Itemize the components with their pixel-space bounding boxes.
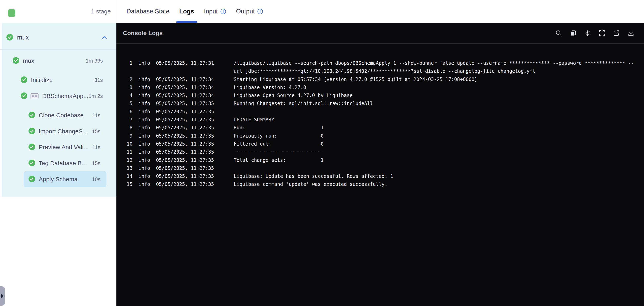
console-panel: Console Logs	[116, 23, 644, 306]
log-line: 9 info 05/05/2025, 11:27:35 Previously r…	[124, 132, 644, 140]
log-line-number: 14	[124, 172, 132, 180]
check-slot	[21, 76, 27, 84]
log-timestamp: 05/05/2025, 11:27:31	[156, 59, 214, 67]
log-line: 13 info 05/05/2025, 11:27:35	[124, 164, 644, 172]
stage-section-name: mux	[17, 34, 29, 41]
log-message: Starting Liquibase at 05:57:34 (version …	[234, 75, 637, 83]
tree-node-duration: 1m 33s	[86, 58, 103, 64]
tree-node-import-changesets[interactable]: Import ChangeS... 15s	[0, 123, 116, 139]
tab-label: Output	[236, 8, 255, 15]
tree-node-apply-schema[interactable]: Apply Schema 10s	[0, 171, 116, 187]
log-message: Liquibase: Update has been successful. R…	[234, 172, 637, 180]
log-message: -------------------------------	[234, 148, 637, 156]
tree-node-label: Import ChangeS...	[39, 128, 88, 135]
log-level: info	[138, 124, 150, 132]
tree-node-label: Preview And Vali...	[39, 144, 88, 151]
log-timestamp: 05/05/2025, 11:27:35	[156, 124, 214, 132]
log-line-number: 5	[124, 99, 132, 107]
log-line: 6 info 05/05/2025, 11:27:35	[124, 108, 644, 116]
check-slot	[6, 34, 13, 41]
stage-status-square-icon[interactable]	[8, 9, 15, 17]
sidebar-divider	[0, 49, 116, 49]
tab-label: Database State	[126, 8, 170, 15]
tree-node-clone-codebase[interactable]: Clone Codebase 11s	[0, 107, 116, 123]
tab-logs[interactable]: Logs	[179, 0, 194, 23]
log-timestamp: 05/05/2025, 11:27:35	[156, 180, 214, 188]
log-line: 11 info 05/05/2025, 11:27:35 -----------…	[124, 148, 644, 156]
success-check-icon	[21, 76, 27, 83]
step-group-icon	[30, 93, 38, 99]
tree-node-duration: 10s	[92, 176, 100, 183]
log-line-number: 2	[124, 75, 132, 83]
success-check-icon	[28, 112, 35, 118]
console-title: Console Logs	[123, 30, 162, 36]
log-line: 12 info 05/05/2025, 11:27:35 Total chang…	[124, 156, 644, 164]
console-header: Console Logs	[116, 23, 644, 44]
tree-node-dbschemaapply-group[interactable]: DBSchemaApp... 1m 2s	[0, 88, 116, 104]
success-check-icon	[21, 92, 27, 99]
log-timestamp: 05/05/2025, 11:27:35	[156, 172, 214, 180]
log-line: 8 info 05/05/2025, 11:27:35 Run: 1	[124, 124, 644, 132]
console-log-scroll-area[interactable]: 1 info 05/05/2025, 11:27:31 /liquibase/l…	[116, 44, 644, 306]
tab-database-state[interactable]: Database State	[126, 0, 170, 23]
log-level: info	[138, 156, 150, 164]
log-message: Run: 1	[234, 124, 637, 132]
log-timestamp: 05/05/2025, 11:27:34	[156, 83, 214, 91]
copy-icon[interactable]	[570, 30, 576, 36]
info-icon	[257, 8, 263, 14]
settings-gear-icon[interactable]	[584, 30, 591, 36]
tree-node-duration: 31s	[94, 77, 103, 83]
log-level: info	[138, 91, 150, 99]
open-in-new-icon[interactable]	[613, 30, 620, 36]
log-level: info	[138, 180, 150, 188]
detail-tabbar: Database State Logs Input Output	[116, 0, 644, 23]
log-timestamp: 05/05/2025, 11:27:35	[156, 99, 214, 107]
tree-node-duration: 15s	[92, 128, 100, 135]
log-timestamp: 05/05/2025, 11:27:35	[156, 164, 214, 172]
check-slot	[28, 112, 35, 119]
log-message: Filtered out: 0	[234, 140, 637, 148]
check-slot	[28, 176, 35, 183]
log-level: info	[138, 75, 150, 83]
tab-input[interactable]: Input	[204, 0, 226, 23]
log-level: info	[138, 164, 150, 172]
tree-node-duration: 11s	[92, 112, 100, 118]
log-level: info	[138, 59, 150, 67]
check-slot	[28, 160, 35, 167]
log-message: Liquibase Open Source 4.27.0 by Liquibas…	[234, 91, 637, 99]
check-slot	[13, 57, 19, 64]
stage-section-header[interactable]: mux	[0, 29, 116, 46]
log-line: 7 info 05/05/2025, 11:27:35 UPDATE SUMMA…	[124, 116, 644, 124]
log-message: Liquibase Version: 4.27.0	[234, 83, 637, 91]
tree-node-initialize[interactable]: Initialize 31s	[0, 72, 116, 88]
tree-node-duration: 1m 2s	[88, 93, 103, 99]
console-toolbar	[555, 30, 634, 36]
arrow-right-icon	[1, 294, 4, 298]
log-line: 5 info 05/05/2025, 11:27:35 Running Chan…	[124, 99, 644, 107]
tree-node-duration: 11s	[92, 144, 100, 150]
pipeline-header: 1 stage	[0, 0, 116, 23]
log-line-number: 7	[124, 116, 132, 124]
chevron-up-icon[interactable]	[101, 35, 107, 39]
log-line: 4 info 05/05/2025, 11:27:34 Liquibase Op…	[124, 91, 644, 99]
active-tab-underline	[176, 21, 197, 23]
log-timestamp: 05/05/2025, 11:27:35	[156, 140, 214, 148]
fullscreen-icon[interactable]	[599, 30, 606, 36]
tab-output[interactable]: Output	[236, 0, 263, 23]
log-message: Liquibase command 'update' was executed …	[234, 180, 637, 188]
tree-node-preview-and-validate[interactable]: Preview And Vali... 11s	[0, 139, 116, 155]
success-check-icon	[6, 34, 13, 40]
expand-panel-handle[interactable]	[0, 286, 5, 306]
log-line-number: 8	[124, 124, 132, 132]
search-icon[interactable]	[555, 30, 562, 36]
log-line-number: 12	[124, 156, 132, 164]
log-line-number: 13	[124, 164, 132, 172]
log-timestamp: 05/05/2025, 11:27:35	[156, 116, 214, 124]
download-icon[interactable]	[628, 30, 634, 36]
stage-count-label: 1 stage	[91, 0, 111, 23]
tree-node-tag-database[interactable]: Tag Database B... 15s	[0, 155, 116, 171]
tree-node-label: Clone Codebase	[39, 112, 84, 119]
tree-node-stage-mux[interactable]: mux 1m 33s	[0, 53, 116, 69]
log-line-number: 15	[124, 180, 132, 188]
log-level: info	[138, 172, 150, 180]
